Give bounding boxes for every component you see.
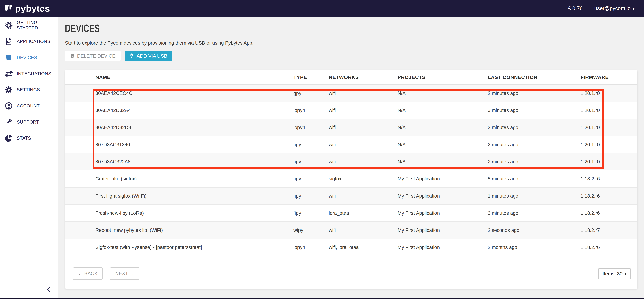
cell-firmware: 1.20.1.r0	[580, 108, 638, 113]
row-checkbox[interactable]	[68, 107, 68, 113]
device-table-card: NAME TYPE NETWORKS PROJECTS LAST CONNECT…	[65, 70, 638, 289]
table-row[interactable]: Fresh-new-fipy (LoRa) fipy lora_otaa My …	[65, 205, 638, 222]
sidebar-item-label: SETTINGS	[17, 87, 40, 92]
row-checkbox[interactable]	[68, 176, 68, 182]
cell-name: Sigfox-test (with Pysense) - [pastoor pe…	[95, 244, 294, 250]
sidebar-item-applications[interactable]: APPLICATIONS	[0, 34, 58, 50]
cell-last-connection: 3 minutes ago	[488, 108, 580, 113]
sidebar-item-label: INTEGRATIONS	[17, 71, 51, 76]
back-button[interactable]: ← BACK	[73, 268, 102, 280]
cell-networks: wifi	[329, 159, 398, 164]
row-checkbox[interactable]	[68, 142, 68, 148]
sidebar-item-support[interactable]: SUPPORT	[0, 114, 58, 130]
logo-text: pybytes	[15, 3, 50, 14]
cell-projects: N/A	[398, 142, 488, 148]
pybytes-logo[interactable]: pybytes	[0, 3, 50, 14]
row-checkbox[interactable]	[68, 159, 68, 165]
code-document-icon	[5, 38, 13, 46]
header-last-connection[interactable]: LAST CONNECTION	[488, 74, 538, 80]
user-menu[interactable]: user@pycom.io ▾	[594, 5, 634, 12]
sidebar-item-settings[interactable]: SETTINGS	[0, 82, 58, 98]
sidebar-item-label: ACCOUNT	[17, 104, 40, 108]
cell-firmware: 1.20.1.r0	[580, 142, 638, 148]
add-via-usb-label: ADD VIA USB	[137, 53, 167, 59]
row-checkbox[interactable]	[68, 244, 68, 250]
cell-firmware: 1.18.2.r6	[580, 193, 638, 199]
header-type[interactable]: TYPE	[294, 74, 307, 80]
cell-name: Reboot [new pybytes lib] (WiFi)	[95, 228, 294, 233]
sidebar-item-stats[interactable]: STATS	[0, 130, 58, 146]
cell-type: lopy4	[294, 244, 329, 250]
sidebar-item-label: SUPPORT	[17, 120, 39, 125]
cell-projects: N/A	[398, 90, 488, 96]
header-firmware[interactable]: FIRMWARE	[580, 74, 608, 80]
table-row[interactable]: 30AEA42D32A4 lopy4 wifi N/A 3 minutes ag…	[65, 102, 638, 119]
header-networks[interactable]: NETWORKS	[329, 74, 359, 80]
arrows-swap-icon	[5, 70, 13, 78]
delete-device-button[interactable]: DELETE DEVICE	[65, 51, 121, 61]
gear-icon	[5, 86, 13, 94]
user-icon	[5, 102, 13, 110]
toolbar: DELETE DEVICE ADD VIA USB	[65, 51, 172, 61]
select-all-checkbox[interactable]	[68, 74, 68, 80]
items-per-page-select[interactable]: Items: 30 ▾	[598, 268, 631, 279]
cell-projects: My First Application	[398, 244, 488, 250]
cell-last-connection: 5 minutes ago	[488, 176, 580, 182]
table-row[interactable]: 807D3AC31340 fipy wifi N/A 2 minutes ago…	[65, 136, 638, 153]
sidebar-item-integrations[interactable]: INTEGRATIONS	[0, 66, 58, 82]
cell-name: Fresh-new-fipy (LoRa)	[95, 210, 294, 216]
items-per-page-label: Items: 30	[602, 271, 622, 277]
table-row[interactable]: 30AEA42D32D8 lopy4 wifi N/A 3 minutes ag…	[65, 119, 638, 136]
sidebar: GETTING STARTED APPLICATIONS	[0, 17, 58, 299]
cell-type: lopy4	[294, 108, 329, 113]
sidebar-item-label: GETTING STARTED	[17, 20, 58, 30]
device-table-header: NAME TYPE NETWORKS PROJECTS LAST CONNECT…	[65, 70, 638, 85]
table-row[interactable]: Sigfox-test (with Pysense) - [pastoor pe…	[65, 239, 638, 256]
row-checkbox[interactable]	[68, 90, 68, 96]
row-checkbox[interactable]	[68, 124, 68, 130]
cell-last-connection: 2 seconds ago	[488, 228, 580, 233]
device-table-rows: 30AEA42CEC4C gpy wifi N/A 2 minutes ago …	[65, 85, 638, 256]
table-row[interactable]: Crater-lake (sigfox) fipy sigfox My Firs…	[65, 170, 638, 188]
cell-firmware: 1.20.1.r0	[580, 125, 638, 130]
row-checkbox[interactable]	[68, 227, 68, 233]
row-checkbox[interactable]	[68, 193, 68, 199]
add-via-usb-button[interactable]: ADD VIA USB	[124, 51, 172, 61]
table-row[interactable]: 30AEA42CEC4C gpy wifi N/A 2 minutes ago …	[65, 85, 638, 102]
table-row[interactable]: 807D3AC322A8 fipy wifi N/A 2 minutes ago…	[65, 153, 638, 170]
next-button[interactable]: NEXT →	[110, 268, 139, 280]
cell-last-connection: 2 minutes ago	[488, 90, 580, 96]
cell-last-connection: 2 minutes ago	[488, 142, 580, 148]
pycom-logo-icon	[5, 4, 13, 12]
cell-projects: N/A	[398, 159, 488, 164]
delete-device-label: DELETE DEVICE	[77, 53, 116, 59]
cell-last-connection: 1 minutes ago	[488, 193, 580, 199]
header-name[interactable]: NAME	[95, 74, 110, 80]
sidebar-item-getting-started[interactable]: GETTING STARTED	[0, 17, 58, 34]
window-bottom-edge	[0, 298, 644, 299]
cell-type: fipy	[294, 142, 329, 148]
cell-type: lopy4	[294, 125, 329, 130]
cell-networks: sigfox	[329, 176, 398, 182]
cell-networks: wifi, lora_otaa	[329, 244, 398, 250]
chevron-down-icon: ▾	[632, 6, 634, 11]
sidebar-collapse-button[interactable]	[45, 286, 53, 293]
cell-name: First flight sigfox (Wi-Fi)	[95, 193, 294, 199]
header-projects[interactable]: PROJECTS	[398, 74, 426, 80]
cell-projects: My First Application	[398, 228, 488, 233]
sidebar-item-account[interactable]: ACCOUNT	[0, 98, 58, 114]
cell-firmware: 1.18.2.r7	[580, 228, 638, 233]
sidebar-item-label: DEVICES	[17, 55, 37, 60]
cell-type: fipy	[294, 159, 329, 164]
cell-networks: wifi	[329, 193, 398, 199]
cell-name: Crater-lake (sigfox)	[95, 176, 294, 182]
cell-projects: N/A	[398, 125, 488, 130]
account-balance: € 0.76	[568, 5, 582, 12]
row-checkbox[interactable]	[68, 210, 68, 216]
user-email: user@pycom.io	[594, 5, 630, 12]
table-row[interactable]: Reboot [new pybytes lib] (WiFi) wipy wif…	[65, 222, 638, 239]
cell-type: wipy	[294, 228, 329, 233]
table-row[interactable]: First flight sigfox (Wi-Fi) fipy wifi My…	[65, 188, 638, 205]
sun-icon	[5, 21, 13, 30]
sidebar-item-devices[interactable]: DEVICES	[0, 50, 58, 66]
